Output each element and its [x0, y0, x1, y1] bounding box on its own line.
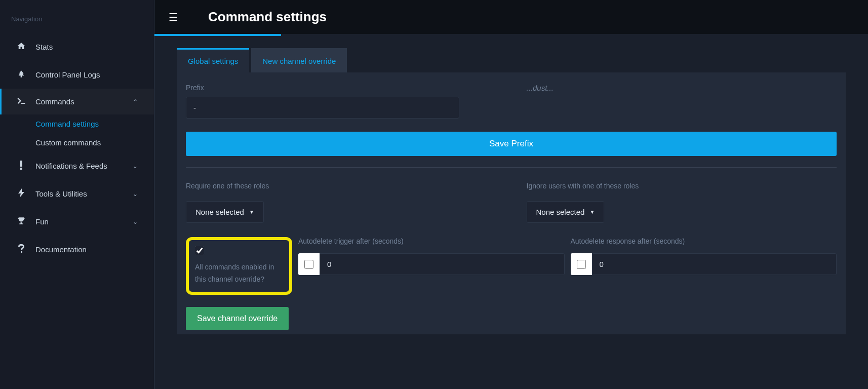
topbar: ☰ Command settings [154, 0, 868, 36]
chevron-down-icon: ⌄ [133, 218, 138, 225]
sidebar-item-label: Fun [35, 217, 133, 226]
autodelete-trigger-input[interactable] [320, 253, 565, 275]
divider [186, 167, 837, 168]
sidebar-item-notifications[interactable]: Notifications & Feeds ⌄ [0, 152, 154, 180]
content: Global settings New channel override Pre… [154, 36, 868, 389]
save-override-button[interactable]: Save channel override [186, 307, 289, 330]
require-roles-label: Require one of these roles [186, 182, 496, 190]
checkbox-addon [571, 253, 592, 275]
highlight-annotation: All commands enabled in this channel ove… [186, 237, 292, 295]
sidebar-item-label: Tools & Utilities [35, 189, 133, 198]
chevron-up-icon: ⌃ [133, 98, 138, 105]
sidebar-sub-custom-commands[interactable]: Custom commands [0, 133, 154, 152]
sidebar-item-stats[interactable]: Stats [0, 33, 154, 61]
chevron-down-icon: ⌄ [133, 163, 138, 170]
sidebar-item-commands[interactable]: Commands ⌃ [0, 89, 154, 114]
terminal-icon [16, 97, 26, 106]
tab-global-settings[interactable]: Global settings [177, 48, 249, 72]
sidebar-item-fun[interactable]: Fun ⌄ [0, 208, 154, 236]
autodelete-response-label: Autodelete response after (seconds) [571, 237, 837, 245]
tab-new-channel-override[interactable]: New channel override [251, 48, 347, 72]
sidebar-item-label: Commands [35, 97, 133, 106]
prefix-input[interactable] [186, 97, 459, 119]
caret-down-icon: ▼ [589, 209, 595, 215]
autodelete-trigger-checkbox[interactable] [304, 260, 313, 269]
all-commands-checkbox[interactable] [195, 246, 204, 255]
dropdown-value: None selected [195, 208, 244, 216]
sidebar-item-label: Notifications & Feeds [35, 162, 133, 170]
sidebar-sub-command-settings[interactable]: Command settings [0, 114, 154, 133]
trophy-icon [16, 216, 26, 227]
caret-down-icon: ▼ [249, 209, 254, 215]
sidebar-item-label: Stats [35, 43, 138, 51]
main-area: ☰ Command settings Global settings New c… [154, 0, 868, 389]
bolt-icon [16, 188, 26, 199]
svg-rect-1 [20, 168, 22, 170]
ignore-roles-dropdown[interactable]: None selected ▼ [527, 201, 605, 223]
sidebar-item-label: Documentation [35, 245, 138, 254]
prefix-label: Prefix [186, 84, 496, 92]
nav-header: Navigation [0, 0, 154, 33]
settings-panel: Prefix ...dust... Save Prefix Require on… [177, 72, 846, 334]
autodelete-trigger-label: Autodelete trigger after (seconds) [298, 237, 565, 245]
tabs: Global settings New channel override [177, 48, 846, 72]
dust-text: ...dust... [527, 83, 554, 92]
sidebar-item-docs[interactable]: Documentation [0, 236, 154, 263]
exclaim-icon [16, 161, 26, 171]
autodelete-response-checkbox[interactable] [577, 260, 586, 269]
require-roles-dropdown[interactable]: None selected ▼ [186, 201, 264, 223]
autodelete-response-input[interactable] [592, 253, 837, 275]
tree-icon [16, 69, 26, 80]
all-commands-label: All commands enabled in this channel ove… [195, 261, 283, 286]
page-title: Command settings [208, 9, 327, 25]
home-icon [16, 42, 26, 52]
question-icon [16, 244, 26, 255]
sidebar: Navigation Stats Control Panel Logs Comm… [0, 0, 154, 389]
hamburger-icon[interactable]: ☰ [169, 11, 178, 23]
sidebar-item-label: Control Panel Logs [35, 70, 138, 79]
ignore-roles-label: Ignore users with one of these roles [527, 182, 837, 190]
dropdown-value: None selected [536, 208, 585, 216]
chevron-down-icon: ⌄ [133, 190, 138, 198]
checkbox-addon [298, 253, 320, 275]
svg-rect-0 [20, 161, 22, 167]
sidebar-item-logs[interactable]: Control Panel Logs [0, 61, 154, 89]
save-prefix-button[interactable]: Save Prefix [186, 132, 837, 156]
sidebar-item-tools[interactable]: Tools & Utilities ⌄ [0, 180, 154, 208]
